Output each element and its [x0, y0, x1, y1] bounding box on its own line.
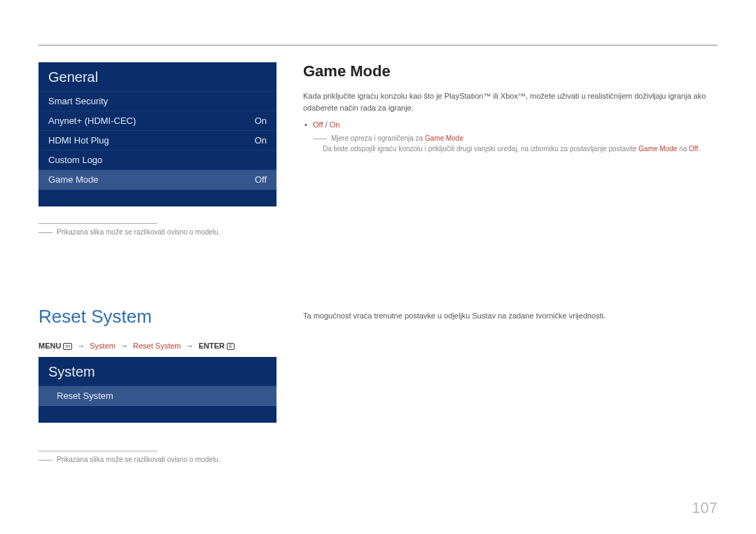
footnote-dash: ―― [38, 456, 52, 463]
menu-label: Custom Logo [48, 155, 102, 165]
menu-label: HDMI Hot Plug [48, 135, 109, 146]
enter-icon: E [227, 343, 234, 350]
note2-mid2: na [677, 145, 689, 153]
note2-mid: Game Mode [638, 145, 677, 153]
option-sep: / [323, 120, 329, 129]
breadcrumb: MENU m → System → Reset System → ENTER E [38, 342, 276, 350]
bc-enter: ENTER [199, 342, 225, 350]
menu-label: Smart Security [48, 96, 108, 106]
menu-row-game-mode[interactable]: Game Mode Off [38, 170, 276, 190]
reset-system-heading: Reset System [38, 306, 276, 328]
game-mode-options: Off / On [303, 120, 718, 129]
system-menu-title: System [38, 357, 276, 386]
note-dash: ―― [313, 134, 327, 142]
page-number: 107 [692, 499, 718, 517]
menu-value: On [255, 115, 267, 126]
menu-label: Anynet+ (HDMI-CEC) [48, 115, 136, 126]
menu-label: Game Mode [48, 174, 99, 185]
general-menu-title: General [38, 62, 276, 92]
note1-term: Game Mode [425, 134, 463, 142]
menu-footer [38, 190, 276, 206]
menu-value: Off [255, 174, 267, 185]
game-mode-heading: Game Mode [303, 62, 718, 80]
menu-row-hdmi-hotplug[interactable]: HDMI Hot Plug On [38, 131, 276, 150]
footnote-general: ――Prikazana slika može se razlikovati ov… [38, 228, 276, 236]
bc-menu: MENU [38, 342, 61, 350]
footnote-text: Prikazana slika može se razlikovati ovis… [57, 228, 220, 236]
game-mode-note1: ――Mjere opreza i ograničenja za Game Mod… [303, 133, 718, 143]
reset-desc: Ta mogućnost vraća trenutne postavke u o… [303, 306, 718, 320]
menu-row-reset-system[interactable]: Reset System [38, 386, 276, 406]
footnote-dash: ―― [38, 228, 52, 236]
bc-reset: Reset System [133, 342, 181, 350]
game-mode-note2: Da biste odspojili igraću konzolu i prik… [303, 143, 718, 154]
option-off: Off [313, 120, 323, 129]
menu-value: On [255, 135, 267, 146]
menu-row-custom-logo[interactable]: Custom Logo [38, 150, 276, 170]
menu-row-anynet[interactable]: Anynet+ (HDMI-CEC) On [38, 111, 276, 131]
separator-line [38, 223, 158, 224]
option-on: On [330, 120, 340, 129]
note2-dot: . [698, 145, 700, 153]
system-menu-box: System Reset System [38, 357, 276, 423]
note2-pre: Da biste odspojili igraću konzolu i prik… [323, 145, 638, 153]
arrow-icon: → [186, 342, 194, 350]
game-mode-desc: Kada priključite igraću konzolu kao što … [303, 90, 718, 113]
menu-row-smart-security[interactable]: Smart Security [38, 92, 276, 111]
footnote-reset: ――Prikazana slika može se razlikovati ov… [38, 456, 276, 463]
note1-pre: Mjere opreza i ograničenja za [331, 134, 425, 142]
arrow-icon: → [120, 342, 128, 350]
menu-label: Reset System [57, 391, 113, 401]
bc-system: System [90, 342, 115, 350]
footnote-text: Prikazana slika može se razlikovati ovis… [57, 456, 220, 463]
menu-icon: m [63, 343, 72, 350]
note2-end: Off [689, 145, 698, 153]
separator-line [38, 451, 158, 451]
arrow-icon: → [77, 342, 85, 350]
menu-footer [38, 406, 276, 423]
general-menu-box: General Smart Security Anynet+ (HDMI-CEC… [38, 62, 276, 206]
